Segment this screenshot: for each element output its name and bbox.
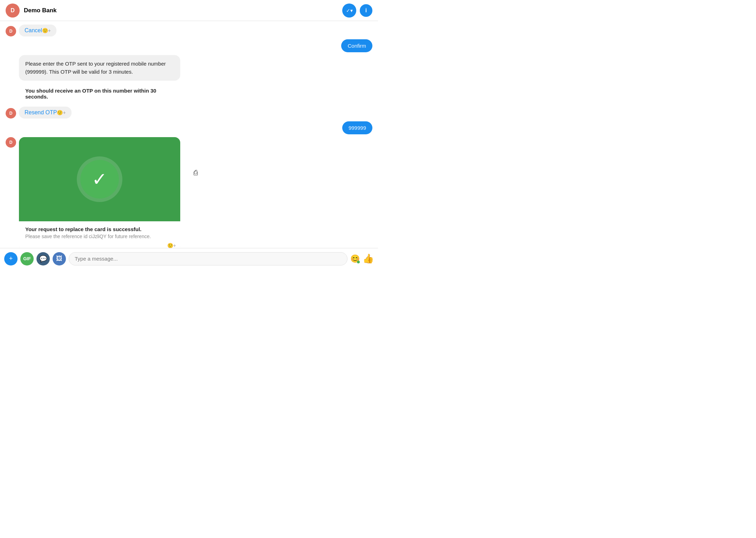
emoji-add-icon-3[interactable]: 🙂+ [167, 243, 176, 248]
success-text-area: Your request to replace the card is succ… [19, 221, 180, 241]
emoji-button-container: 😊 [350, 254, 360, 263]
share-icon[interactable]: ⎙ [194, 169, 198, 177]
otp-info-card: Please enter the OTP sent to your regist… [19, 55, 180, 81]
cancel-link[interactable]: Cancel [25, 27, 42, 34]
plus-icon: + [9, 255, 13, 262]
image-button[interactable]: 🖼 [53, 252, 66, 265]
gif-button[interactable]: GIF [20, 252, 34, 265]
online-indicator [357, 261, 360, 263]
bot-avatar-resend: D [6, 108, 16, 119]
otp-value-row: 999999 [6, 121, 372, 134]
share-icon-container: ⎙ [194, 137, 198, 177]
otp-info-text: Please enter the OTP sent to your regist… [25, 61, 166, 75]
header-actions: ✓▾ i [342, 4, 372, 18]
cancel-row: Cancel 🙂+ [19, 25, 56, 36]
cancel-card: Cancel 🙂+ [19, 25, 56, 36]
chat-area: D Cancel 🙂+ Confirm Please enter the OTP… [0, 21, 378, 248]
success-circle-inner: ✓ [80, 160, 119, 199]
bot-avatar-cancel: D [6, 26, 16, 36]
sticker-button[interactable]: 💬 [36, 252, 50, 265]
header-avatar: D [6, 4, 20, 18]
otp-info-row: Please enter the OTP sent to your regist… [6, 55, 372, 81]
success-green-area: ✓ [19, 137, 180, 221]
emoji-add-icon[interactable]: 🙂+ [42, 28, 51, 33]
thumbs-up-button[interactable]: 👍 [363, 253, 374, 264]
image-icon: 🖼 [56, 255, 62, 262]
checkmark-icon: ✓▾ [346, 8, 353, 13]
success-card: ✓ Your request to replace the card is su… [19, 137, 180, 248]
otp-value-bubble: 999999 [342, 121, 372, 134]
success-title: Your request to replace the card is succ… [25, 226, 174, 232]
resend-link[interactable]: Resend OTP [25, 109, 57, 116]
otp-wait-text: You should receive an OTP on this number… [25, 88, 156, 100]
confirm-bubble: Confirm [341, 39, 372, 52]
cancel-message-row: D Cancel 🙂+ [6, 25, 372, 36]
success-checkmark-icon: ✓ [92, 170, 107, 188]
header-title: Demo Bank [24, 7, 342, 14]
otp-wait-card: You should receive an OTP on this number… [19, 83, 180, 104]
success-emoji-row: 🙂+ [19, 241, 180, 248]
info-button[interactable]: i [360, 4, 372, 17]
success-subtitle: Please save the reference id ciJzliQY fo… [25, 234, 174, 239]
info-icon: i [365, 7, 367, 14]
resend-inner: Resend OTP 🙂+ [19, 107, 72, 119]
success-circle-outer: ✓ [77, 156, 122, 202]
confirm-message-row: Confirm [6, 39, 372, 52]
resend-otp-row: D Resend OTP 🙂+ [6, 107, 372, 119]
emoji-add-icon-2[interactable]: 🙂+ [57, 110, 66, 115]
plus-button[interactable]: + [4, 252, 18, 265]
success-row: D ✓ Your request to replace the card is … [6, 137, 372, 248]
message-toolbar: + GIF 💬 🖼 😊 👍 [0, 248, 378, 269]
bot-avatar-success: D [6, 137, 16, 148]
success-group: ✓ Your request to replace the card is su… [19, 137, 191, 248]
gif-label: GIF [23, 256, 31, 261]
message-input[interactable] [69, 252, 347, 265]
chat-header: D Demo Bank ✓▾ i [0, 0, 378, 21]
sticker-icon: 💬 [39, 255, 47, 263]
checkmark-button[interactable]: ✓▾ [342, 4, 356, 18]
resend-card: Resend OTP 🙂+ [19, 107, 72, 119]
otp-wait-row: You should receive an OTP on this number… [6, 83, 372, 104]
